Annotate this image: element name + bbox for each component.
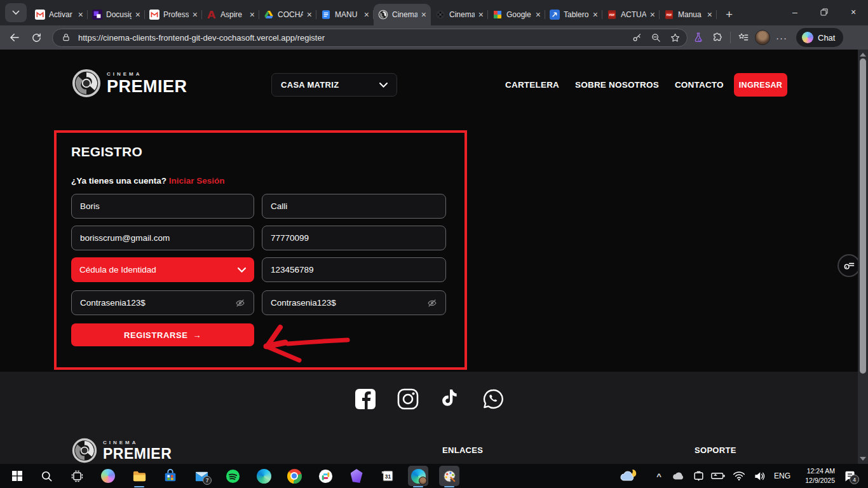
nav-cartelera[interactable]: CARTELERA xyxy=(505,80,559,90)
document-type-select[interactable]: Cédula de Identidad xyxy=(71,257,254,282)
spotify-icon[interactable] xyxy=(224,468,241,484)
taskbar-clock[interactable]: 12:24 AM 12/9/2025 xyxy=(794,466,835,485)
browser-tab[interactable]: Google × xyxy=(488,4,545,25)
tiktok-icon[interactable] xyxy=(439,388,462,410)
browser-tab[interactable]: MANU × xyxy=(316,4,374,25)
site-logo[interactable]: CINEMA PREMIER xyxy=(72,69,187,98)
nav-sobre-nosotros[interactable]: SOBRE NOSOTROS xyxy=(575,80,659,90)
password-key-icon[interactable] xyxy=(630,30,644,44)
facebook-icon[interactable] xyxy=(354,388,377,410)
confirm-password-input[interactable]: Contrasenia123$ xyxy=(262,290,446,315)
iniciar-sesion-link[interactable]: Iniciar Sesión xyxy=(169,176,225,186)
weather-icon[interactable] xyxy=(618,468,638,484)
tray-chevron-up-icon[interactable]: ^ xyxy=(651,468,667,484)
tab-close-icon[interactable]: × xyxy=(78,10,83,19)
zoom-out-icon[interactable] xyxy=(649,30,663,44)
page-footer: CINEMA PREMIER ENLACES SOPORTE xyxy=(0,372,858,464)
browser-tab-active[interactable]: Cinema × xyxy=(374,4,431,25)
tab-close-icon[interactable]: × xyxy=(536,10,541,19)
favorites-list-icon[interactable] xyxy=(735,29,752,46)
browser-tab[interactable]: Activar × xyxy=(31,4,88,25)
scrollbar-thumb[interactable] xyxy=(860,58,866,374)
language-indicator[interactable]: ENG xyxy=(774,471,790,480)
document-number-input[interactable]: 123456789 xyxy=(262,257,446,282)
tab-close-icon[interactable]: × xyxy=(193,10,198,19)
tab-search-button[interactable] xyxy=(5,3,27,22)
browser-tab[interactable]: Aspire × xyxy=(202,4,259,25)
refresh-button[interactable] xyxy=(27,28,46,47)
notification-center-icon[interactable]: 4 xyxy=(841,468,858,484)
extensions-puzzle-icon[interactable] xyxy=(709,29,726,46)
wifi-icon[interactable] xyxy=(731,468,747,484)
cinema-premier-logo-icon xyxy=(72,69,101,98)
scroll-down-arrow[interactable] xyxy=(860,457,866,461)
edge-icon[interactable] xyxy=(255,468,272,484)
browser-tab[interactable]: PDF Manua × xyxy=(660,4,717,25)
settings-more-icon[interactable]: ··· xyxy=(773,29,790,46)
slack-icon[interactable] xyxy=(317,468,334,484)
tab-close-icon[interactable]: × xyxy=(364,10,369,19)
restore-button[interactable] xyxy=(810,0,839,24)
lab-flask-icon[interactable] xyxy=(690,29,707,46)
browser-tab[interactable]: PDF ACTUA × xyxy=(602,4,660,25)
tab-close-icon[interactable]: × xyxy=(593,10,598,19)
battery-icon[interactable] xyxy=(710,468,726,484)
first-name-input[interactable]: Boris xyxy=(71,194,254,219)
browser-tab[interactable]: Docusig × xyxy=(88,4,145,25)
paint-icon[interactable] xyxy=(441,468,458,484)
close-button[interactable]: × xyxy=(839,0,868,24)
browser-tab[interactable]: COCHA × xyxy=(259,4,316,25)
open-app-indicator xyxy=(444,486,454,487)
cast-icon[interactable] xyxy=(690,468,707,484)
tab-close-icon[interactable]: × xyxy=(135,10,140,19)
nav-contacto[interactable]: CONTACTO xyxy=(675,80,724,90)
url-text[interactable]: https://cinema-clients-frontend-git-dev-… xyxy=(78,33,625,43)
mail-icon[interactable]: 7 xyxy=(193,468,210,484)
chrome-icon[interactable] xyxy=(286,468,302,484)
floating-widget-button[interactable] xyxy=(837,254,858,277)
search-icon[interactable] xyxy=(38,468,55,484)
last-name-input[interactable]: Calli xyxy=(262,194,446,219)
minimize-button[interactable]: – xyxy=(780,0,810,24)
tab-close-icon[interactable]: × xyxy=(650,10,655,19)
browser-tab[interactable]: Profess × xyxy=(145,4,202,25)
back-button[interactable] xyxy=(5,28,24,47)
tab-close-icon[interactable]: × xyxy=(707,10,712,19)
eye-slash-icon[interactable] xyxy=(427,298,437,308)
phone-input[interactable]: 77770099 xyxy=(262,226,446,250)
lock-icon[interactable] xyxy=(59,30,73,44)
email-input[interactable]: borisscrum@gmail.com xyxy=(71,226,254,250)
tab-close-icon[interactable]: × xyxy=(478,10,484,19)
address-bar[interactable]: https://cinema-clients-frontend-git-dev-… xyxy=(52,29,688,47)
registrarse-button[interactable]: REGISTRARSE → xyxy=(71,323,254,346)
tab-close-icon[interactable]: × xyxy=(250,10,255,19)
speaker-icon[interactable] xyxy=(751,468,768,484)
open-app-indicator xyxy=(134,486,144,487)
file-explorer-icon[interactable] xyxy=(131,468,147,484)
ingresar-button[interactable]: INGRESAR xyxy=(734,73,787,97)
edge-profile-icon[interactable] xyxy=(410,468,426,484)
onedrive-icon[interactable] xyxy=(670,468,686,484)
eye-slash-icon[interactable] xyxy=(235,298,245,308)
new-tab-button[interactable]: + xyxy=(726,8,733,22)
obsidian-icon[interactable] xyxy=(348,468,365,484)
branch-selector-dropdown[interactable]: CASA MATRIZ xyxy=(271,73,397,97)
tab-close-icon[interactable]: × xyxy=(307,10,312,19)
task-view-icon[interactable] xyxy=(69,468,85,484)
browser-tab[interactable]: Cinema × xyxy=(431,4,488,25)
browser-tab[interactable]: Tablero × xyxy=(545,4,602,25)
tab-close-icon[interactable]: × xyxy=(421,10,426,19)
vertical-scrollbar[interactable] xyxy=(858,50,868,464)
copilot-chat-button[interactable]: Chat xyxy=(796,28,843,47)
microsoft-store-icon[interactable] xyxy=(162,468,179,484)
scroll-up-arrow[interactable] xyxy=(860,53,866,57)
favorite-star-icon[interactable] xyxy=(668,30,682,44)
instagram-icon[interactable] xyxy=(397,388,419,410)
browser-tab-bar: Activar × Docusig × Profess × Aspire × C… xyxy=(0,0,868,25)
profile-avatar[interactable] xyxy=(754,29,771,46)
start-button[interactable] xyxy=(9,468,25,484)
copilot-icon[interactable] xyxy=(100,468,116,484)
whatsapp-icon[interactable] xyxy=(482,388,505,410)
password-input[interactable]: Contrasenia123$ xyxy=(71,290,254,315)
calendar-icon[interactable]: 31 xyxy=(379,468,396,484)
